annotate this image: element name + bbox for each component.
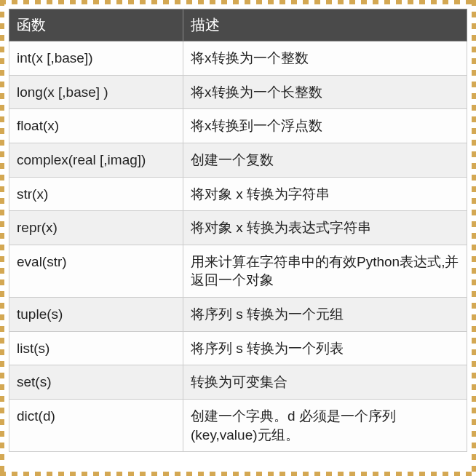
cell-desc: 转换为可变集合 — [183, 365, 467, 400]
content-area: 函数 描述 int(x [,base])将x转换为一个整数 long(x [,b… — [9, 9, 467, 467]
cell-desc: 将序列 s 转换为一个列表 — [183, 331, 467, 365]
cell-func: dict(d) — [9, 400, 183, 452]
table-header-row: 函数 描述 — [9, 9, 467, 41]
table-row: list(s)将序列 s 转换为一个列表 — [9, 331, 467, 365]
cell-func: eval(str) — [9, 245, 183, 297]
header-description: 描述 — [183, 9, 467, 41]
cell-desc: 将对象 x 转换为字符串 — [183, 177, 467, 211]
decorative-border-right — [472, 0, 476, 476]
cell-func: set(s) — [9, 365, 183, 400]
functions-table: 函数 描述 int(x [,base])将x转换为一个整数 long(x [,b… — [9, 9, 467, 452]
cell-func: tuple(s) — [9, 298, 183, 332]
cell-func: complex(real [,imag]) — [9, 143, 183, 177]
cell-func: str(x) — [9, 177, 183, 211]
cell-desc: 创建一个字典。d 必须是一个序列 (key,value)元组。 — [183, 400, 467, 452]
table-row: float(x)将x转换到一个浮点数 — [9, 109, 467, 143]
cell-desc: 将x转换到一个浮点数 — [183, 109, 467, 143]
header-function: 函数 — [9, 9, 183, 41]
table-row: int(x [,base])将x转换为一个整数 — [9, 41, 467, 76]
table-row: str(x)将对象 x 转换为字符串 — [9, 177, 467, 211]
cell-desc: 用来计算在字符串中的有效Python表达式,并返回一个对象 — [183, 245, 467, 297]
table-row: dict(d)创建一个字典。d 必须是一个序列 (key,value)元组。 — [9, 400, 467, 452]
table-row: set(s)转换为可变集合 — [9, 365, 467, 400]
table-row: tuple(s)将序列 s 转换为一个元组 — [9, 298, 467, 332]
cell-func: repr(x) — [9, 211, 183, 245]
decorative-border-left — [0, 0, 4, 476]
cell-desc: 将x转换为一个长整数 — [183, 75, 467, 109]
cell-func: list(s) — [9, 331, 183, 365]
cell-desc: 创建一个复数 — [183, 143, 467, 177]
table-row: long(x [,base] )将x转换为一个长整数 — [9, 75, 467, 109]
table-row: repr(x)将对象 x 转换为表达式字符串 — [9, 211, 467, 245]
cell-func: int(x [,base]) — [9, 41, 183, 76]
table-row: complex(real [,imag])创建一个复数 — [9, 143, 467, 177]
table-row: eval(str)用来计算在字符串中的有效Python表达式,并返回一个对象 — [9, 245, 467, 297]
cell-func: float(x) — [9, 109, 183, 143]
cell-desc: 将对象 x 转换为表达式字符串 — [183, 211, 467, 245]
table-body: int(x [,base])将x转换为一个整数 long(x [,base] )… — [9, 41, 467, 452]
cell-func: long(x [,base] ) — [9, 75, 183, 109]
cell-desc: 将序列 s 转换为一个元组 — [183, 298, 467, 332]
cell-desc: 将x转换为一个整数 — [183, 41, 467, 76]
